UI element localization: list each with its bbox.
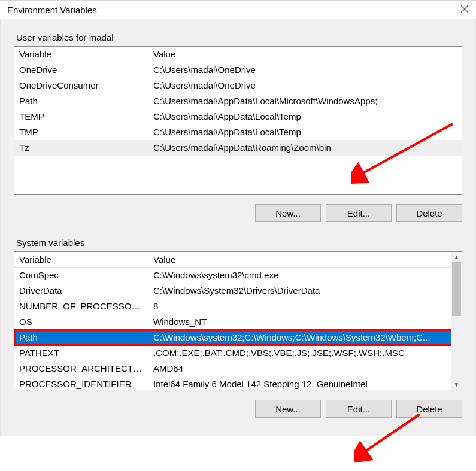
column-header-value[interactable]: Value [148,252,451,267]
system-new-button[interactable]: New... [255,400,321,418]
user-delete-button[interactable]: Delete [396,204,462,222]
cell-value: C:\Users\madal\AppData\Local\Microsoft\W… [148,93,462,109]
cell-value: C:\Windows\system32\cmd.exe [148,268,451,283]
table-row[interactable]: TMP C:\Users\madal\AppData\Local\Temp [14,124,462,140]
table-row[interactable]: Tz C:\Users/madal\AppData\Roaming\Zoom\b… [14,140,462,156]
cell-value: C:\Users\madal\OneDrive [148,78,462,93]
system-buttons: New... Edit... Delete [14,390,462,430]
cell-variable: DriverData [14,283,148,299]
cell-variable: PROCESSOR_IDENTIFIER [14,376,148,390]
scroll-down-icon[interactable]: ▼ [451,379,462,390]
user-variables-list[interactable]: Variable Value OneDrive C:\Users\madal\O… [14,46,462,195]
scrollbar[interactable]: ▲ ▼ [451,252,462,390]
cell-variable: Path [14,330,148,345]
cell-variable: OS [14,314,148,330]
cell-value: C:\Windows\System32\Drivers\DriverData [148,283,451,299]
close-icon[interactable] [460,4,469,15]
cell-variable: NUMBER_OF_PROCESSORS [14,299,148,314]
dialog-title: Environment Variables [7,5,97,15]
cell-value: C:\Users\madal\OneDrive [148,62,462,78]
scroll-thumb[interactable] [452,262,461,316]
cell-variable: Tz [14,140,148,156]
list-header[interactable]: Variable Value [14,252,462,268]
table-row[interactable]: OneDriveConsumer C:\Users\madal\OneDrive [14,78,462,93]
table-row[interactable]: ComSpec C:\Windows\system32\cmd.exe [14,268,462,283]
table-row[interactable]: OneDrive C:\Users\madal\OneDrive [14,62,462,78]
table-row[interactable]: TEMP C:\Users\madal\AppData\Local\Temp [14,109,462,124]
column-header-value[interactable]: Value [148,47,462,62]
cell-value: C:\Users\madal\AppData\Local\Temp [148,109,462,124]
user-variables-label: User variables for madal [14,32,462,42]
titlebar: Environment Variables [0,1,476,19]
env-vars-dialog: Environment Variables User variables for… [0,0,476,436]
cell-value: .COM;.EXE;.BAT;.CMD;.VBS;.VBE;.JS;.JSE;.… [148,345,451,361]
system-edit-button[interactable]: Edit... [326,400,392,418]
cell-variable: OneDrive [14,62,148,78]
table-row[interactable]: Path C:\Users\madal\AppData\Local\Micros… [14,93,462,109]
system-delete-button[interactable]: Delete [396,400,462,418]
user-buttons: New... Edit... Delete [14,195,462,234]
cell-variable: PATHEXT [14,345,148,361]
cell-variable: Path [14,93,148,109]
cell-value: Intel64 Family 6 Model 142 Stepping 12, … [148,376,451,390]
table-row[interactable]: DriverData C:\Windows\System32\Drivers\D… [14,283,462,299]
table-row[interactable]: PROCESSOR_ARCHITECTURE AMD64 [14,361,462,376]
system-variables-group: System variables Variable Value ComSpec … [14,238,462,430]
scroll-track[interactable] [451,262,462,379]
table-row[interactable]: Path C:\Windows\system32;C:\Windows;C:\W… [14,330,462,345]
column-header-variable[interactable]: Variable [14,252,148,267]
list-header[interactable]: Variable Value [14,47,462,62]
column-header-variable[interactable]: Variable [14,47,148,62]
cell-variable: TEMP [14,109,148,124]
table-row[interactable]: PATHEXT .COM;.EXE;.BAT;.CMD;.VBS;.VBE;.J… [14,345,462,361]
cell-value: C:\Users/madal\AppData\Roaming\Zoom\bin [148,140,462,156]
user-edit-button[interactable]: Edit... [326,204,392,222]
cell-value: C:\Windows\system32;C:\Windows;C:\Window… [148,330,451,345]
table-row[interactable]: OS Windows_NT [14,314,462,330]
user-variables-group: User variables for madal Variable Value … [14,32,462,234]
system-variables-label: System variables [14,238,462,248]
table-row[interactable]: NUMBER_OF_PROCESSORS 8 [14,299,462,314]
cell-variable: TMP [14,124,148,140]
cell-value: Windows_NT [148,314,451,330]
dialog-body: User variables for madal Variable Value … [0,19,476,436]
cell-value: AMD64 [148,361,451,376]
cell-value: 8 [148,299,451,314]
scroll-up-icon[interactable]: ▲ [451,252,462,262]
cell-variable: OneDriveConsumer [14,78,148,93]
system-variables-list[interactable]: Variable Value ComSpec C:\Windows\system… [14,251,462,390]
user-new-button[interactable]: New... [255,204,321,222]
table-row[interactable]: PROCESSOR_IDENTIFIER Intel64 Family 6 Mo… [14,376,462,390]
cell-value: C:\Users\madal\AppData\Local\Temp [148,124,462,140]
cell-variable: ComSpec [14,268,148,283]
cell-variable: PROCESSOR_ARCHITECTURE [14,361,148,376]
